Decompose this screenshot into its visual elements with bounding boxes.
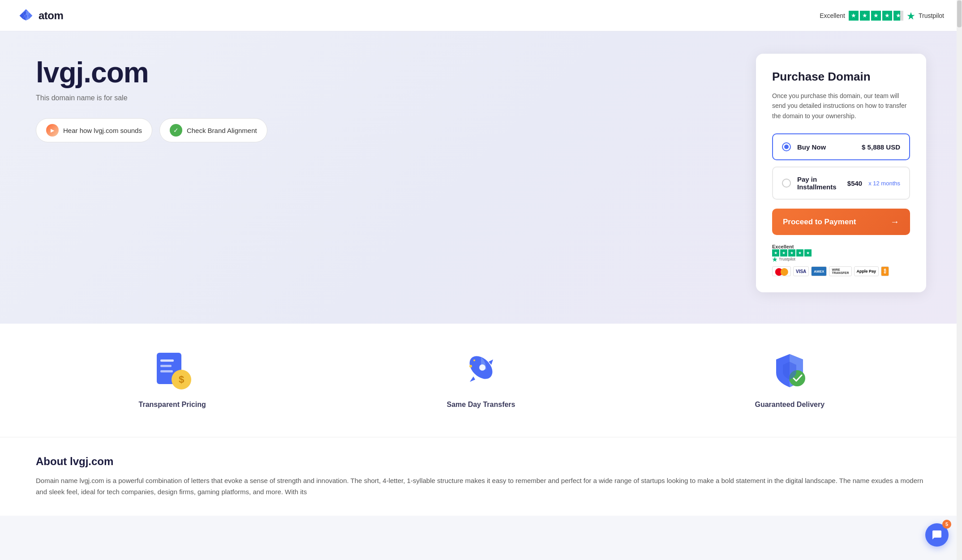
feature-guaranteed-delivery: Guaranteed Delivery [653,351,926,410]
purchase-card-description: Once you purchase this domain, our team … [772,91,910,121]
visa-icon: VISA [793,266,809,276]
star-1: ★ [849,11,859,21]
trustpilot-mini-label: Excellent [772,244,812,249]
svg-point-7 [479,364,485,371]
guaranteed-delivery-label: Guaranteed Delivery [755,400,825,410]
buy-now-label: Buy Now [797,143,855,151]
radio-dot [784,145,789,149]
logo: atom [18,8,63,24]
svg-rect-3 [160,370,173,372]
transparent-pricing-icon: $ [152,351,193,391]
installments-radio [782,179,791,188]
logo-icon [18,8,34,24]
installments-period: x 12 months [868,180,900,187]
guaranteed-delivery-icon [769,351,810,391]
trustpilot-brand-label: Trustpilot [919,12,944,19]
proceed-to-payment-button[interactable]: Proceed to Payment → [772,209,910,235]
purchase-card: Purchase Domain Once you purchase this d… [756,54,926,292]
payment-icons: ⬤⬤ VISA AMEX WIRETRANSFER Apple Pay ₿ [772,266,889,276]
svg-point-9 [473,359,475,361]
same-day-transfers-icon-wrap [461,351,501,391]
header: atom Excellent ★ ★ ★ ★ ★ Trustpilot [0,0,962,31]
hear-button-label: Hear how lvgj.com sounds [63,127,142,134]
installments-option[interactable]: Pay in Installments $540 x 12 months [772,167,910,200]
tp-star-5: ★ [804,249,812,256]
trustpilot-mini: Excellent ★ ★ ★ ★ ★ Trustpilot [772,244,812,262]
features-section: $ Transparent Pricing Same Day Transfers [0,324,962,436]
scrollbar-thumb[interactable] [957,0,962,27]
buy-now-price: $ 5,888 USD [862,143,900,151]
svg-text:$: $ [179,374,184,385]
buy-now-option[interactable]: Buy Now $ 5,888 USD [772,133,910,160]
play-icon: ▶ [46,124,59,137]
brand-button-label: Check Brand Alignment [187,127,257,134]
tp-star-4: ★ [796,249,803,256]
logo-brand-name: atom [39,9,63,22]
scrollbar[interactable] [957,0,962,516]
mastercard-icon: ⬤⬤ [772,266,791,276]
star-5-half: ★ [893,11,903,21]
same-day-transfers-icon [461,351,501,391]
feature-same-day-transfers: Same Day Transfers [344,351,617,410]
trustpilot-star-icon [907,12,915,20]
apple-pay-icon: Apple Pay [854,266,879,276]
trustpilot-excellent-label: Excellent [820,12,845,19]
trust-footer: Excellent ★ ★ ★ ★ ★ Trustpilot [772,244,910,276]
action-buttons: ▶ Hear how lvgj.com sounds ✓ Check Brand… [36,118,349,142]
bitcoin-icon: ₿ [881,266,889,276]
amex-icon: AMEX [811,266,827,276]
transparent-pricing-label: Transparent Pricing [139,400,206,410]
same-day-transfers-label: Same Day Transfers [447,400,515,410]
about-text: Domain name lvgj.com is a powerful combi… [36,475,926,498]
hear-domain-button[interactable]: ▶ Hear how lvgj.com sounds [36,118,152,142]
tp-star-2: ★ [780,249,787,256]
feature-transparent-pricing: $ Transparent Pricing [36,351,309,410]
svg-rect-1 [160,359,174,362]
about-section: About lvgj.com Domain name lvgj.com is a… [0,437,962,516]
transparent-pricing-icon-wrap: $ [152,351,193,391]
check-brand-button[interactable]: ✓ Check Brand Alignment [159,118,267,142]
star-2: ★ [860,11,870,21]
svg-point-8 [469,365,472,368]
tp-star-1: ★ [772,249,779,256]
tp-star-3: ★ [788,249,795,256]
trustpilot-mini-brand-icon [772,256,777,262]
hero-section: lvgj.com This domain name is for sale ▶ … [0,31,962,324]
about-title: About lvgj.com [36,455,926,468]
domain-subtitle: This domain name is for sale [36,94,349,102]
trustpilot-stars: ★ ★ ★ ★ ★ [849,11,903,21]
trustpilot-mini-brand: Trustpilot [779,257,795,261]
purchase-card-title: Purchase Domain [772,70,910,84]
proceed-label: Proceed to Payment [783,218,856,227]
trustpilot-header: Excellent ★ ★ ★ ★ ★ Trustpilot [820,11,944,21]
guaranteed-delivery-icon-wrap [769,351,810,391]
star-3: ★ [871,11,881,21]
tp-stars-mini: ★ ★ ★ ★ ★ [772,249,812,256]
domain-title: lvgj.com [36,58,349,87]
hero-left: lvgj.com This domain name is for sale ▶ … [36,58,349,142]
svg-rect-2 [160,365,172,367]
wire-transfer-icon: WIRETRANSFER [829,266,851,276]
arrow-right-icon: → [890,217,899,227]
star-4: ★ [882,11,892,21]
installments-label: Pay in Installments [797,175,841,191]
installments-price: $540 [847,180,862,187]
buy-now-radio [782,142,791,151]
check-icon: ✓ [170,124,182,137]
